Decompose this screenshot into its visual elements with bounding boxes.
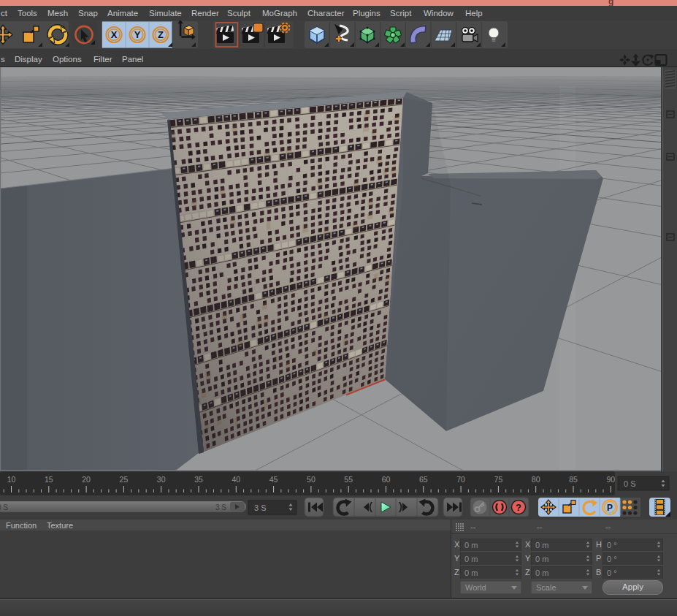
svg-text:55: 55 [344, 475, 353, 484]
svg-text:3 S: 3 S [254, 503, 267, 512]
svg-text:40: 40 [232, 475, 240, 484]
svg-text:90: 90 [606, 475, 615, 484]
svg-text:?: ? [516, 502, 521, 513]
svg-text:0 S: 0 S [624, 479, 636, 488]
svg-text:50: 50 [307, 475, 315, 484]
svg-text:P: P [607, 503, 613, 513]
svg-text:Y: Y [134, 29, 141, 40]
svg-text:15: 15 [45, 475, 53, 484]
svg-text:10: 10 [7, 475, 16, 484]
svg-text:70: 70 [456, 475, 465, 484]
svg-text:0 S: 0 S [0, 503, 8, 512]
svg-text:25: 25 [120, 475, 129, 484]
svg-text:Z: Z [158, 29, 164, 40]
svg-text:80: 80 [532, 475, 540, 484]
svg-text:85: 85 [569, 475, 578, 484]
svg-text:75: 75 [494, 475, 503, 484]
svg-text:3 S: 3 S [215, 503, 226, 512]
svg-text:60: 60 [382, 475, 391, 484]
svg-text:20: 20 [82, 475, 91, 484]
svg-text:35: 35 [194, 475, 203, 484]
svg-text:65: 65 [419, 475, 428, 484]
svg-text:X: X [111, 29, 118, 40]
svg-text:45: 45 [269, 475, 278, 484]
svg-text:30: 30 [157, 475, 166, 484]
